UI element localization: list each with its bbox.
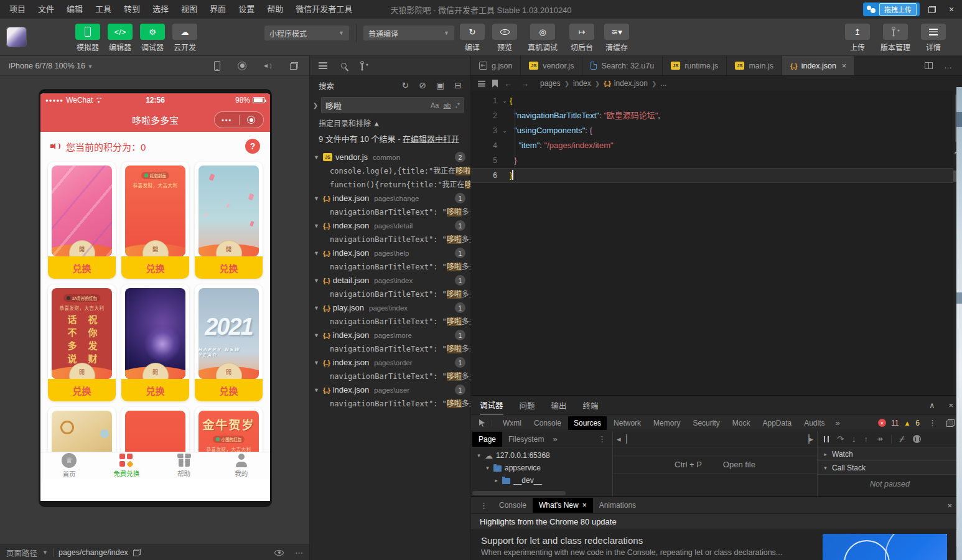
devtools-tab-Console[interactable]: Console: [528, 416, 567, 430]
open-in-editor-link[interactable]: 在编辑器中打开: [403, 134, 459, 144]
sources-side-tab-Page[interactable]: Page: [472, 432, 502, 447]
menu-item-2[interactable]: 文件: [32, 0, 60, 19]
device-selector[interactable]: iPhone 6/7/8 100% 16 ▼: [9, 62, 93, 70]
search-match-line[interactable]: navigationBarTitleText": "哆啦多多...: [310, 370, 470, 383]
toolbar-button-清缓存[interactable]: ≋▾清缓存: [601, 24, 632, 52]
menu-item-8[interactable]: 界面: [204, 0, 231, 19]
phone-tab-帮助[interactable]: 帮助: [156, 452, 213, 479]
drawer-tab-Console[interactable]: Console: [493, 498, 533, 513]
search-match-line[interactable]: navigationBarTitleText": "哆啦多多...: [310, 315, 470, 329]
hide-navigator-icon[interactable]: ◂▕: [617, 434, 627, 444]
watch-section-header[interactable]: ▸Watch: [818, 447, 962, 461]
open-new-editor-icon[interactable]: ▣: [436, 80, 444, 90]
toolbar-button-切后台[interactable]: ↦切后台: [566, 24, 597, 52]
reward-card[interactable]: 開兑换: [195, 162, 263, 279]
search-input[interactable]: 哆啦 Aa ab: [321, 97, 464, 113]
toolbar-button-真机调试[interactable]: ◎真机调试: [523, 24, 563, 52]
debugger-panel-tab-调试器[interactable]: 调试器: [480, 395, 503, 415]
more-tabs-icon[interactable]: …: [944, 61, 952, 70]
pause-on-exceptions-icon[interactable]: [913, 435, 921, 443]
search-result-file[interactable]: ▼{..}detail.jsonpages\index1: [310, 274, 470, 287]
menu-item-10[interactable]: 帮助: [261, 0, 289, 19]
reward-card[interactable]: 開兑换: [48, 162, 116, 279]
restore-window-icon[interactable]: [928, 6, 936, 13]
toolbar-button-上传[interactable]: ↥上传: [843, 24, 872, 52]
search-view-icon[interactable]: [341, 63, 347, 68]
devtools-tab-Security[interactable]: Security: [687, 416, 725, 430]
pause-script-icon[interactable]: [824, 436, 829, 442]
search-match-line[interactable]: navigationBarTitleText": "哆啦多多...: [310, 287, 470, 301]
menu-item-11[interactable]: 微信开发者工具: [290, 0, 358, 19]
search-result-file[interactable]: ▼{..}index.jsonpages\more1: [310, 329, 470, 342]
toolbar-button-预览[interactable]: 预览: [490, 24, 519, 52]
source-control-view-icon[interactable]: [360, 61, 368, 71]
search-result-file[interactable]: ▼JSvendor.jscommon2: [310, 151, 470, 164]
phone-tab-我的[interactable]: 我的: [213, 452, 270, 479]
close-target-icon[interactable]: [247, 116, 255, 124]
exchange-button[interactable]: 兑换: [195, 256, 263, 279]
search-match-line[interactable]: navigationBarTitleText": "哆啦多多...: [310, 342, 470, 356]
phone-tab-首页[interactable]: ♕首页: [40, 452, 98, 479]
devtools-tab-Mock[interactable]: Mock: [727, 416, 756, 430]
code-line[interactable]: 3⌄ "usingComponents": {: [471, 123, 962, 138]
close-tab-icon[interactable]: ×: [842, 62, 846, 70]
bookmark-icon[interactable]: [492, 80, 498, 88]
breadcrumb-item[interactable]: index.json: [614, 79, 648, 88]
debugger-panel-tab-问题[interactable]: 问题: [520, 396, 535, 414]
tree-item-__dev__[interactable]: ▸__dev__: [471, 474, 612, 487]
editor-tab-Search: 32.u7u[interactable]: Search: 32.u7u: [582, 56, 663, 75]
menu-item-5[interactable]: 转到: [118, 0, 146, 19]
menu-item-1[interactable]: 项目: [4, 0, 31, 19]
more-options-icon[interactable]: ⋯: [295, 548, 303, 558]
reward-card[interactable]: 红包封面恭喜发财，大吉大利開兑换: [121, 162, 189, 279]
menu-item-6[interactable]: 选择: [147, 0, 174, 19]
page-path-label[interactable]: 页面路径: [6, 547, 37, 559]
debugger-panel-tab-终端[interactable]: 终端: [583, 396, 599, 414]
fold-chevron-icon[interactable]: ⌄: [500, 93, 510, 108]
navigate-forward-icon[interactable]: →: [521, 79, 529, 88]
expand-replace-chevron[interactable]: ❯: [311, 102, 320, 109]
search-result-file[interactable]: ▼{..}index.jsonpages\user1: [310, 383, 470, 397]
search-match-line[interactable]: navigationBarTitleText": "哆啦多多...: [310, 260, 470, 274]
breadcrumb-item[interactable]: ...: [660, 79, 666, 88]
compile-mode-select[interactable]: 普通编译▼: [363, 26, 454, 40]
step-icon[interactable]: ↠: [876, 434, 883, 444]
exchange-button[interactable]: 兑换: [121, 379, 189, 401]
toolbar-button-版本管理[interactable]: 版本管理: [876, 24, 915, 52]
editor-tab-g.json[interactable]: ⇤g.json: [471, 56, 521, 75]
exchange-button[interactable]: 兑换: [195, 379, 263, 401]
editor-tab-runtime.js[interactable]: JSruntime.js: [663, 56, 727, 75]
toolbar-button-详情[interactable]: 详情: [919, 24, 948, 52]
reward-card[interactable]: zA青衫的红包恭喜发财，大吉大利话不多说祝你发财開兑换: [48, 284, 116, 401]
code-line[interactable]: 5 }: [471, 153, 962, 168]
navigate-back-icon[interactable]: ←: [504, 79, 512, 88]
sources-side-tab-Filesystem[interactable]: Filesystem: [502, 432, 550, 447]
search-query-value[interactable]: 哆啦: [325, 100, 431, 111]
menu-item-4[interactable]: 工具: [90, 0, 117, 19]
search-options-label[interactable]: 指定目录和排除 ▲: [310, 116, 470, 130]
close-panel-icon[interactable]: ×: [948, 401, 953, 410]
outline-icon[interactable]: [478, 80, 485, 86]
debugger-panel-tab-输出[interactable]: 输出: [551, 396, 567, 414]
tree-item-127.0.0.1:65368[interactable]: ▾☁127.0.0.1:65368: [471, 449, 612, 462]
rotate-device-icon[interactable]: [214, 61, 220, 71]
code-line[interactable]: 6}: [471, 168, 962, 183]
fold-chevron-icon[interactable]: ⌄: [500, 123, 510, 138]
search-match-line[interactable]: navigationBarTitleText": "哆啦多多...: [310, 233, 470, 246]
menu-item-3[interactable]: 编辑: [61, 0, 88, 19]
drawer-tab-Animations[interactable]: Animations: [593, 498, 642, 513]
devtools-tab-AppData[interactable]: AppData: [757, 416, 797, 430]
explorer-view-icon[interactable]: [319, 62, 327, 69]
more-tabs-chevron-icon[interactable]: »: [553, 434, 557, 444]
menu-item-7[interactable]: 视图: [175, 0, 203, 19]
inspect-element-icon[interactable]: [476, 419, 492, 427]
code-line[interactable]: 1⌄{: [471, 93, 962, 108]
refresh-search-icon[interactable]: ↻: [402, 80, 409, 90]
menu-item-9[interactable]: 设置: [233, 0, 260, 19]
collapse-panel-icon[interactable]: ∧: [929, 401, 935, 410]
drawer-menu-icon[interactable]: ⋮: [475, 501, 493, 510]
mode-select[interactable]: 小程序模式▼: [264, 26, 349, 40]
devtools-tab-Sources[interactable]: Sources: [568, 416, 607, 430]
code-line[interactable]: 4 "item": "/pages/index/item": [471, 138, 962, 153]
tree-horizontal-scrollbar[interactable]: [472, 491, 566, 495]
